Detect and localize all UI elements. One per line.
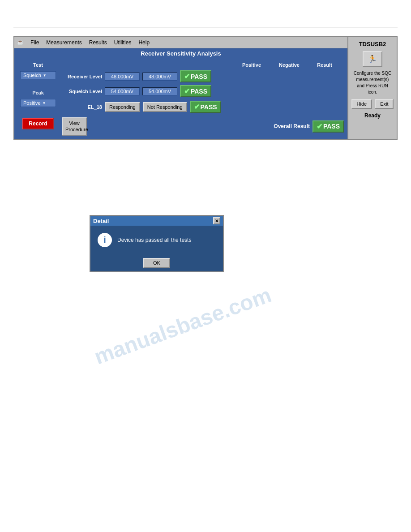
squelch-arrow-icon: ▼	[43, 73, 47, 77]
ok-button[interactable]: OK	[143, 258, 170, 268]
dialog-message: Device has passed all the tests	[117, 237, 191, 243]
detail-dialog: Detail ✕ i Device has passed all the tes…	[90, 215, 224, 272]
watermark: manualsbase.com	[91, 282, 274, 369]
menu-bar: ☕ File Measurements Results Utilities He…	[14, 37, 347, 48]
measurements-area: Positive Negative Result Receiver Level …	[62, 62, 344, 136]
menu-file[interactable]: File	[28, 39, 42, 47]
el18-label: EL_18	[62, 104, 102, 110]
menu-help[interactable]: Help	[136, 39, 152, 47]
not-responding-button[interactable]: Not Responding	[143, 102, 187, 112]
right-panel-title: TDSUSB2	[359, 41, 386, 47]
exit-button[interactable]: Exit	[375, 99, 394, 109]
squelch-dropdown[interactable]: Squelch ▼	[20, 71, 56, 79]
record-button[interactable]: Record	[22, 118, 54, 129]
menu-measurements[interactable]: Measurements	[43, 39, 84, 47]
squelch-pass-badge: ✔ PASS	[180, 85, 211, 97]
app-logo: ☕	[17, 39, 24, 46]
receiver-pass-check-icon: ✔	[184, 72, 190, 81]
app-title: Receiver Sensitivity Analysis	[14, 48, 347, 59]
main-panel: ☕ File Measurements Results Utilities He…	[14, 37, 347, 139]
test-label: Test	[33, 62, 43, 68]
col-result: Result	[309, 62, 340, 68]
column-headers: Positive Negative Result	[62, 62, 344, 68]
receiver-positive-input[interactable]	[105, 73, 140, 81]
dialog-close-button[interactable]: ✕	[213, 217, 220, 224]
receiver-pass-badge: ✔ PASS	[180, 70, 211, 82]
col-negative: Negative	[271, 62, 307, 68]
dialog-title-bar: Detail ✕	[90, 216, 223, 226]
bottom-row: View Procedure Overall Result ✔ PASS	[62, 117, 344, 136]
el18-pass-check-icon: ✔	[194, 103, 200, 111]
col-positive: Positive	[234, 62, 270, 68]
responding-button[interactable]: Responding	[105, 102, 140, 112]
overall-pass-badge: ✔ PASS	[313, 120, 344, 133]
overall-result-area: Overall Result ✔ PASS	[274, 120, 344, 133]
app-window: ☕ File Measurements Results Utilities He…	[13, 36, 398, 140]
receiver-level-label: Receiver Level	[62, 74, 102, 79]
el18-pass-badge: ✔ PASS	[190, 101, 221, 113]
dialog-footer: OK	[90, 254, 223, 271]
ready-status: Ready	[364, 112, 381, 119]
run-button[interactable]: 🏃	[363, 51, 382, 67]
menu-results[interactable]: Results	[86, 39, 110, 47]
hide-button[interactable]: Hide	[351, 99, 372, 109]
dialog-window: Detail ✕ i Device has passed all the tes…	[90, 215, 224, 272]
squelch-level-label: Squelch Level	[62, 89, 102, 94]
view-procedure-button[interactable]: View Procedure	[62, 117, 87, 136]
squelch-negative-input[interactable]	[142, 87, 177, 95]
dialog-content: i Device has passed all the tests	[90, 226, 223, 254]
el18-row: EL_18 Responding Not Responding ✔ PASS	[62, 101, 344, 113]
right-description: Configure the SQC measurement(s) and Pre…	[352, 70, 393, 95]
positive-arrow-icon: ▼	[43, 101, 46, 105]
peak-label: Peak	[32, 90, 44, 95]
receiver-level-row: Receiver Level ✔ PASS	[62, 70, 344, 82]
menu-utilities[interactable]: Utilities	[111, 39, 134, 47]
content-area: Test Squelch ▼ Peak Positive ▼ Record P	[14, 59, 347, 139]
squelch-pass-check-icon: ✔	[184, 87, 190, 95]
hide-exit-buttons: Hide Exit	[351, 99, 394, 109]
top-divider	[13, 27, 398, 27]
overall-pass-check-icon: ✔	[317, 122, 322, 131]
squelch-positive-input[interactable]	[105, 87, 140, 95]
dialog-title-text: Detail	[93, 218, 109, 224]
dialog-info-icon: i	[98, 233, 112, 247]
run-icon: 🏃	[368, 55, 377, 63]
overall-result-label: Overall Result	[274, 123, 310, 129]
receiver-negative-input[interactable]	[142, 73, 177, 81]
left-controls: Test Squelch ▼ Peak Positive ▼ Record	[18, 62, 58, 136]
positive-dropdown[interactable]: Positive ▼	[20, 99, 56, 107]
squelch-level-row: Squelch Level ✔ PASS	[62, 85, 344, 97]
right-panel: TDSUSB2 🏃 Configure the SQC measurement(…	[347, 37, 397, 139]
